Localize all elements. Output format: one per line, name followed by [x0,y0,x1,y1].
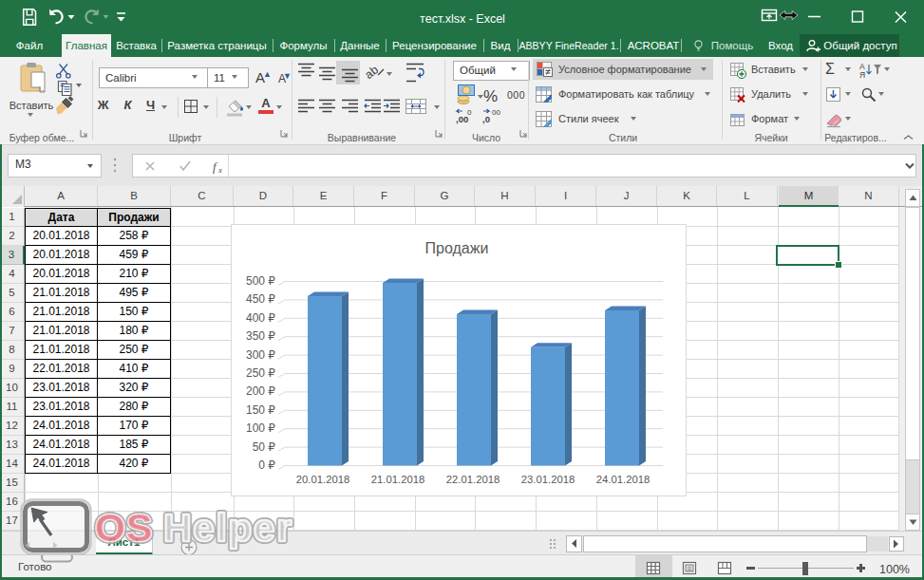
svg-text:OS: OS [95,506,153,550]
svg-text:24.01.2018: 24.01.2018 [596,474,651,485]
svg-text:0: 0 [467,108,472,117]
svg-text:150 ₽: 150 ₽ [246,403,275,417]
svg-text:ab: ab [363,63,382,82]
svg-text:100 ₽: 100 ₽ [246,421,275,435]
svg-text:350 ₽: 350 ₽ [246,329,275,343]
svg-text:50 ₽: 50 ₽ [253,440,276,454]
svg-text:21.01.2018: 21.01.2018 [371,474,425,485]
svg-text:Я: Я [859,70,865,79]
svg-text:Helper: Helper [163,506,293,550]
svg-text:00: 00 [492,108,500,117]
svg-text:%: % [483,87,498,105]
svg-text:Продажи: Продажи [425,240,489,256]
svg-text:x: x [217,165,222,175]
svg-text:,0: ,0 [482,114,490,124]
svg-text:тест.xlsx - Excel: тест.xlsx - Excel [420,12,505,26]
svg-text:450 ₽: 450 ₽ [246,292,275,306]
svg-text:500 ₽: 500 ₽ [246,274,275,288]
svg-text:250 ₽: 250 ₽ [246,366,275,380]
svg-text:22.01.2018: 22.01.2018 [446,474,500,485]
svg-text:200 ₽: 200 ₽ [246,384,275,398]
svg-text:300 ₽: 300 ₽ [246,348,275,362]
svg-text:0 ₽: 0 ₽ [258,458,275,472]
svg-text:20.01.2018: 20.01.2018 [296,474,350,485]
svg-text:23.01.2018: 23.01.2018 [521,474,575,485]
svg-text:400 ₽: 400 ₽ [246,311,275,325]
